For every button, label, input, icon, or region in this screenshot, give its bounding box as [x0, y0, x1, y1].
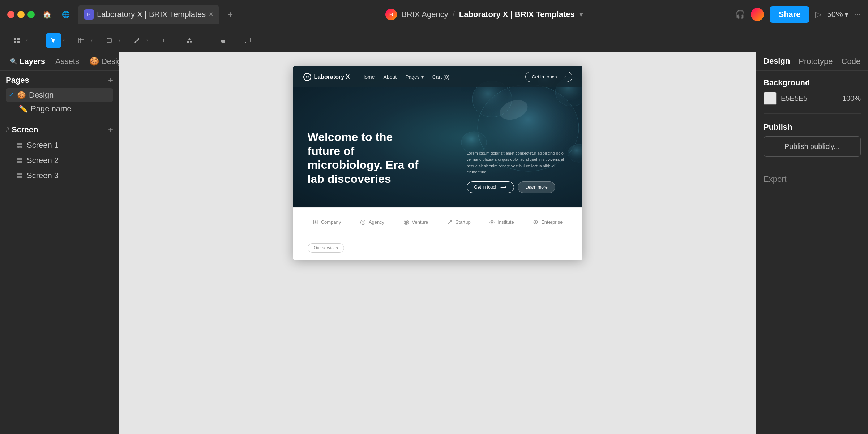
title-center: B BRIX Agency / Laboratory X | BRIX Temp… — [239, 9, 730, 20]
comment-tool-button[interactable] — [240, 33, 256, 48]
hero-cta-primary-button[interactable]: Get in touch ⟶ — [467, 181, 514, 193]
services-divider — [347, 248, 568, 248]
frame-tool-button[interactable] — [73, 33, 89, 48]
home-button[interactable]: 🏠 — [40, 8, 54, 21]
main-layout: 🔍 Layers Assets 🍪 Design ⌃ Pages + ✓ 🍪 D… — [0, 52, 868, 434]
zoom-control[interactable]: 50% ▾ — [827, 10, 848, 19]
brix-logo: B — [385, 9, 397, 20]
tab-title: Laboratory X | BRIX Templates — [97, 10, 206, 19]
tab-favicon: B — [84, 9, 94, 20]
nav-logo: ⊙ Laboratory X — [303, 73, 350, 81]
nav-link-pages[interactable]: Pages ▾ — [405, 74, 424, 80]
browser-tab[interactable]: B Laboratory X | BRIX Templates ✕ — [78, 5, 219, 24]
partner-institute: ◈ Institute — [489, 218, 514, 226]
layer-screen2[interactable]: Screen 2 — [6, 153, 113, 168]
tab-layers[interactable]: 🔍 Layers — [6, 54, 50, 69]
partner-venture: ◉ Venture — [403, 218, 428, 226]
partner-enterprise-label: Enterprise — [541, 219, 563, 225]
nav-link-cart[interactable]: Cart (0) — [432, 74, 449, 80]
nav-logo-text: Laboratory X — [314, 74, 350, 80]
partner-agency: ◎ Agency — [360, 218, 384, 226]
page-active-checkmark-icon: ✓ — [9, 91, 14, 99]
layer-screen1[interactable]: Screen 1 — [6, 138, 113, 153]
traffic-light-minimize[interactable] — [17, 11, 25, 18]
zoom-chevron-icon: ▾ — [845, 10, 848, 19]
shape-tool-chevron-icon: ▾ — [119, 38, 120, 42]
screen3-grid-icon — [17, 173, 22, 178]
share-button[interactable]: Share — [770, 6, 809, 23]
page-design-name: Design — [29, 90, 54, 100]
background-color-value: E5E5E5 — [781, 94, 838, 103]
shape-tool-button[interactable] — [101, 33, 117, 48]
hero-buttons: Get in touch ⟶ Learn more — [467, 181, 568, 193]
title-bar-right: 🎧 Share ▷ 50% ▾ ··· — [735, 6, 861, 23]
tab-close-icon[interactable]: ✕ — [209, 11, 213, 18]
add-page-button[interactable]: + — [108, 75, 113, 85]
pen-tool-button[interactable] — [129, 33, 145, 48]
traffic-light-maximize[interactable] — [27, 11, 35, 18]
add-screen-button[interactable]: + — [108, 125, 113, 135]
select-tool-chevron-icon: ▾ — [63, 38, 65, 42]
nav-cta-arrow-icon: ⟶ — [559, 74, 566, 80]
partner-agency-label: Agency — [369, 219, 384, 225]
assets-tab-label: Assets — [55, 57, 79, 66]
search-icon: 🔍 — [10, 58, 17, 65]
partner-company: ⊞ Company — [313, 218, 341, 226]
layers-tab-label: Layers — [20, 57, 45, 66]
right-tab-code[interactable]: Code — [842, 54, 861, 69]
hero-section: ⊙ Laboratory X Home About Pages ▾ Cart (… — [293, 66, 582, 207]
play-button[interactable]: ▷ — [815, 10, 821, 19]
publish-publicly-button[interactable]: Publish publicly... — [764, 136, 861, 157]
title-bar: 🏠 🌐 B Laboratory X | BRIX Templates ✕ + … — [0, 0, 868, 29]
export-section: Export — [764, 175, 861, 184]
tool-group-frame: ▾ — [73, 33, 93, 48]
grid-tool-button[interactable] — [9, 33, 25, 48]
user-avatar[interactable] — [751, 8, 764, 21]
background-color-row: E5E5E5 100% — [764, 92, 861, 105]
canvas-area[interactable]: ⊙ Laboratory X Home About Pages ▾ Cart (… — [119, 52, 756, 434]
nav-links: Home About Pages ▾ Cart (0) — [361, 74, 449, 80]
right-tab-prototype[interactable]: Prototype — [799, 54, 833, 69]
screen-section-title-group: # Screen — [6, 125, 38, 134]
svg-text:T: T — [162, 38, 166, 43]
nav-link-about[interactable]: About — [384, 74, 397, 80]
headphone-icon[interactable]: 🎧 — [735, 10, 745, 19]
hero-cta-secondary-label: Learn more — [525, 185, 547, 190]
layer-screen3[interactable]: Screen 3 — [6, 168, 113, 183]
enterprise-icon: ⊕ — [533, 218, 538, 226]
publish-section-title: Publish — [764, 123, 861, 132]
svg-rect-2 — [14, 41, 16, 43]
background-opacity-value: 100% — [842, 94, 861, 103]
hand-tool-button[interactable] — [215, 33, 231, 48]
nav-link-home[interactable]: Home — [361, 74, 375, 80]
nav-cta-button[interactable]: Get in touch ⟶ — [525, 72, 572, 82]
right-panel-divider-2 — [764, 166, 861, 166]
page-item-pagename[interactable]: ✏️ Page name — [6, 102, 113, 116]
hero-right-content: Lorem ipsum dolor sit amet consectetur a… — [467, 150, 568, 193]
tab-assets[interactable]: Assets — [51, 54, 84, 69]
left-panel: 🔍 Layers Assets 🍪 Design ⌃ Pages + ✓ 🍪 D… — [0, 52, 119, 434]
screen-section-title: Screen — [12, 125, 38, 134]
traffic-light-close[interactable] — [7, 11, 14, 18]
screen3-label: Screen 3 — [27, 171, 59, 180]
text-tool-button[interactable]: T — [157, 33, 173, 48]
breadcrumb-dropdown-icon[interactable]: ▾ — [579, 10, 583, 19]
globe-button[interactable]: 🌐 — [59, 8, 72, 21]
select-tool-button[interactable] — [46, 33, 61, 48]
page-item-design[interactable]: ✓ 🍪 Design — [6, 88, 113, 102]
tool-group-shape: ▾ — [101, 33, 120, 48]
partner-startup: ↗ Startup — [447, 218, 471, 226]
components-tool-button[interactable] — [181, 33, 197, 48]
export-section-title: Export — [764, 175, 787, 184]
right-tab-design[interactable]: Design — [764, 53, 790, 69]
background-color-swatch[interactable] — [764, 92, 777, 105]
toolbar-divider-1 — [37, 35, 37, 46]
screen-section-header: # Screen + — [6, 125, 113, 135]
traffic-lights — [7, 11, 35, 18]
nav-cta-label: Get in touch — [531, 74, 557, 80]
toolbar: ▾ ▾ ▾ ▾ ▾ T — [0, 29, 868, 52]
hero-cta-secondary-button[interactable]: Learn more — [518, 181, 555, 193]
more-options-icon[interactable]: ··· — [854, 10, 861, 19]
screen1-label: Screen 1 — [27, 141, 59, 150]
new-tab-button[interactable]: + — [228, 9, 233, 20]
